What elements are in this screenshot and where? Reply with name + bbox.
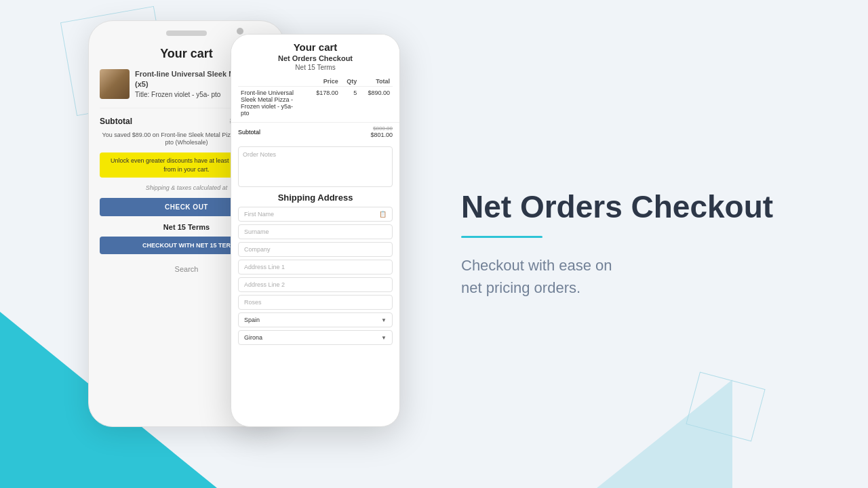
city-value: Roses	[244, 299, 262, 306]
phone-front-subtitle: Net Orders Checkout	[231, 54, 399, 62]
hero-subheadline: Checkout with ease on net pricing orders…	[461, 254, 827, 299]
table-cell-price: $178.00	[308, 87, 341, 120]
phones-area: Your cart Front-line Universal Sleek Met…	[0, 0, 434, 488]
table-row: Front-line UniversalSleek Metal Pizza -F…	[238, 87, 393, 120]
table-header-product	[238, 77, 308, 87]
table-cell-qty: 5	[341, 87, 360, 120]
main-container: Your cart Front-line Universal Sleek Met…	[0, 0, 868, 488]
address-line1-field[interactable]: Address Line 1	[238, 260, 393, 274]
table-cell-product: Front-line UniversalSleek Metal Pizza -F…	[238, 87, 308, 120]
address-line2-field[interactable]: Address Line 2	[238, 277, 393, 292]
order-table: Price Qty Total Front-line UniversalSlee…	[238, 77, 393, 119]
first-name-field[interactable]: First Name 📋	[238, 207, 393, 222]
surname-placeholder: Surname	[244, 228, 269, 235]
city-field[interactable]: Roses	[238, 295, 393, 310]
order-notes-field[interactable]: Order Notes	[238, 146, 393, 187]
front-subtotal-row: Subtotal $800.00 $801.00	[231, 122, 399, 141]
headline-text: Net Orders Checkout	[461, 189, 773, 224]
product-image	[100, 69, 130, 99]
first-name-placeholder: First Name	[244, 211, 274, 218]
phone-notch	[166, 30, 207, 36]
hero-headline: Net Orders Checkout	[461, 189, 827, 225]
front-subtotal-orig: $800.00	[370, 125, 393, 131]
subheadline-line1: Checkout with ease on	[461, 257, 612, 274]
phone-front-terms: Net 15 Terms	[231, 64, 399, 71]
company-placeholder: Company	[244, 246, 271, 253]
product-img-inner	[100, 69, 130, 99]
table-header-qty: Qty	[341, 77, 360, 87]
region-select[interactable]: Girona ▼	[238, 330, 393, 345]
chevron-down-icon: ▼	[381, 317, 387, 323]
table-header-price: Price	[308, 77, 341, 87]
table-cell-total: $890.00	[359, 87, 393, 120]
order-notes-placeholder: Order Notes	[243, 151, 276, 158]
front-subtotal-prices: $800.00 $801.00	[370, 125, 393, 138]
region-value: Girona	[244, 334, 262, 341]
subheadline-line2: net pricing orders.	[461, 279, 580, 296]
table-header-total: Total	[359, 77, 393, 87]
calendar-icon: 📋	[379, 211, 387, 218]
phone-front: Your cart Net Orders Checkout Net 15 Ter…	[231, 34, 400, 427]
phone-camera	[237, 28, 243, 35]
country-value: Spain	[244, 317, 260, 323]
surname-field[interactable]: Surname	[238, 224, 393, 239]
address-line1-placeholder: Address Line 1	[244, 264, 285, 270]
headline-underline	[461, 236, 542, 238]
hero-text-area: Net Orders Checkout Checkout with ease o…	[434, 189, 868, 299]
phone-front-cart-title: Your cart	[231, 41, 399, 53]
shipping-address-title: Shipping Address	[231, 192, 399, 203]
company-field[interactable]: Company	[238, 242, 393, 257]
address-line2-placeholder: Address Line 2	[244, 281, 285, 288]
front-subtotal-label: Subtotal	[238, 129, 260, 136]
subtotal-label: Subtotal	[100, 117, 132, 126]
country-select[interactable]: Spain ▼	[238, 312, 393, 327]
phone-front-top: Your cart Net Orders Checkout Net 15 Ter…	[231, 35, 399, 71]
front-subtotal-disc: $801.00	[370, 131, 393, 138]
chevron-down-icon: ▼	[381, 335, 387, 341]
